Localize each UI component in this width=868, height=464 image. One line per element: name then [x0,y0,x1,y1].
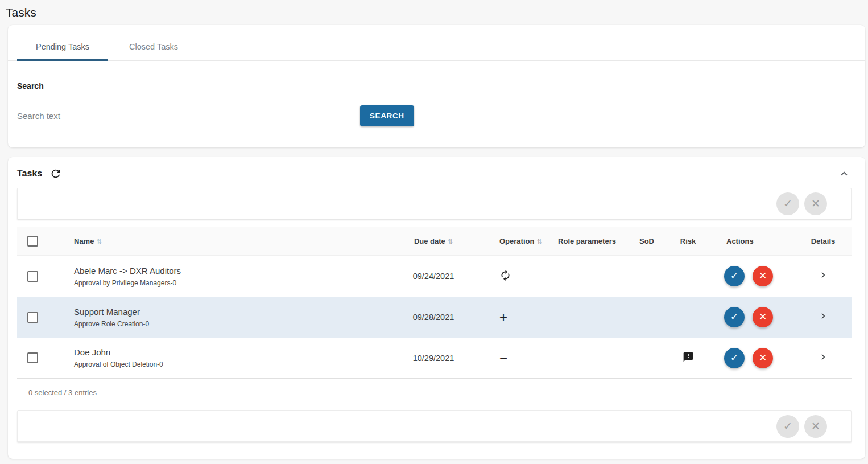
task-subtitle: Approval by Privilege Managers-0 [74,279,382,287]
minus-icon: − [499,350,507,366]
column-header-details: Details [795,237,852,245]
select-all-checkbox[interactable] [27,236,38,247]
selection-summary: 0 selected / 3 entries [17,379,852,405]
search-card: Pending Tasks Closed Tasks Search SEARCH [8,25,865,147]
tab-pending-tasks-label: Pending Tasks [36,42,89,51]
actions-cell: ✓ ✕ [709,266,795,286]
row-checkbox[interactable] [27,271,38,282]
tasks-page: Tasks Pending Tasks Closed Tasks Search … [0,0,868,459]
table-header-row: Name⇅ Due date⇅ Operation⇅ Role paramete… [17,227,852,256]
column-header-actions: Actions [709,237,795,245]
column-header-due-date[interactable]: Due date⇅ [382,237,485,245]
search-button[interactable]: SEARCH [360,105,414,126]
sync-icon [499,269,511,281]
task-subtitle: Approve Role Creation-0 [74,320,382,328]
column-header-operation[interactable]: Operation⇅ [485,237,547,245]
operation-cell [485,269,547,284]
actions-cell: ✓ ✕ [709,307,795,327]
search-section-label: Search [17,81,856,91]
task-due-date: 09/28/2021 [382,313,485,322]
tasks-panel-title: Tasks [17,169,42,179]
reject-button[interactable]: ✕ [753,348,773,368]
tab-closed-tasks[interactable]: Closed Tasks [108,34,199,60]
sort-icon: ⇅ [536,238,542,245]
tasks-panel-header: Tasks [8,157,865,188]
table-row: Abele Marc -> DXR Auditors Approval by P… [17,256,852,297]
bulk-approve-button[interactable]: ✓ [776,192,799,215]
task-subtitle: Approval of Object Deletion-0 [74,360,382,368]
column-header-name[interactable]: Name⇅ [57,237,382,245]
tab-bar: Pending Tasks Closed Tasks [8,25,865,61]
approve-button[interactable]: ✓ [724,266,745,286]
sort-icon: ⇅ [448,238,453,245]
bulk-actions-toolbar-bottom: ✓ ✕ [17,410,852,442]
task-name: Abele Marc -> DXR Auditors [74,266,382,276]
table-row: Support Manager Approve Role Creation-0 … [17,297,852,338]
task-name: Doe John [74,347,382,357]
actions-cell: ✓ ✕ [709,348,795,368]
approve-button[interactable]: ✓ [724,348,745,368]
tasks-table: Name⇅ Due date⇅ Operation⇅ Role paramete… [17,227,852,405]
chevron-right-icon[interactable] [817,310,829,322]
chevron-right-icon[interactable] [817,269,829,281]
chevron-right-icon[interactable] [817,351,829,363]
bulk-approve-button[interactable]: ✓ [776,415,799,438]
column-header-risk: Risk [667,237,709,245]
reject-button[interactable]: ✕ [753,266,773,286]
approve-button[interactable]: ✓ [724,307,745,327]
tab-pending-tasks[interactable]: Pending Tasks [17,34,108,60]
column-header-sod: SoD [627,237,667,245]
task-due-date: 09/24/2021 [382,272,485,281]
tasks-panel: Tasks ✓ ✕ Name⇅ Due date⇅ Operation⇅ Rol… [8,157,865,459]
risk-cell [667,351,709,365]
details-cell [795,269,852,283]
header-select-all[interactable] [17,236,57,247]
search-input[interactable] [17,109,350,126]
task-due-date: 10/29/2021 [382,354,485,363]
page-title: Tasks [6,6,865,19]
bulk-actions-toolbar-top: ✓ ✕ [17,188,852,219]
refresh-icon[interactable] [49,167,62,180]
bulk-reject-button[interactable]: ✕ [804,415,827,438]
reject-button[interactable]: ✕ [753,307,773,327]
plus-icon: + [499,309,507,325]
bulk-reject-button[interactable]: ✕ [804,192,827,215]
search-section: Search SEARCH [8,61,865,126]
table-row: Doe John Approval of Object Deletion-0 1… [17,338,852,379]
sort-icon: ⇅ [96,238,101,245]
operation-cell: − [485,351,547,365]
row-checkbox[interactable] [27,312,38,323]
row-checkbox[interactable] [27,352,38,363]
chevron-up-icon[interactable] [838,167,850,180]
details-cell [795,310,852,324]
operation-cell: + [485,310,547,324]
task-name: Support Manager [74,307,382,317]
risk-warning-icon [683,351,694,363]
column-header-role-parameters: Role parameters [547,237,627,245]
tab-closed-tasks-label: Closed Tasks [129,42,178,51]
details-cell [795,351,852,365]
